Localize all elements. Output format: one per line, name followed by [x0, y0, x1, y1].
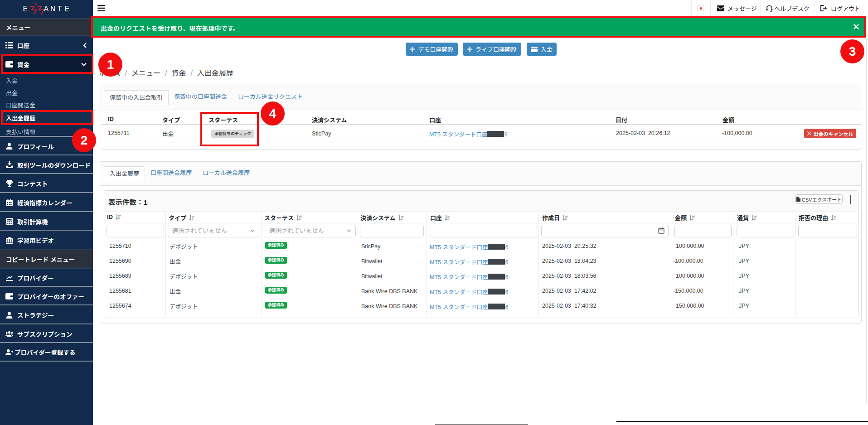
- svg-text:T: T: [58, 5, 62, 13]
- svg-text:E: E: [23, 5, 28, 13]
- svg-text:A: A: [44, 5, 49, 13]
- svg-text:N: N: [50, 5, 56, 13]
- svg-text:E: E: [65, 5, 70, 13]
